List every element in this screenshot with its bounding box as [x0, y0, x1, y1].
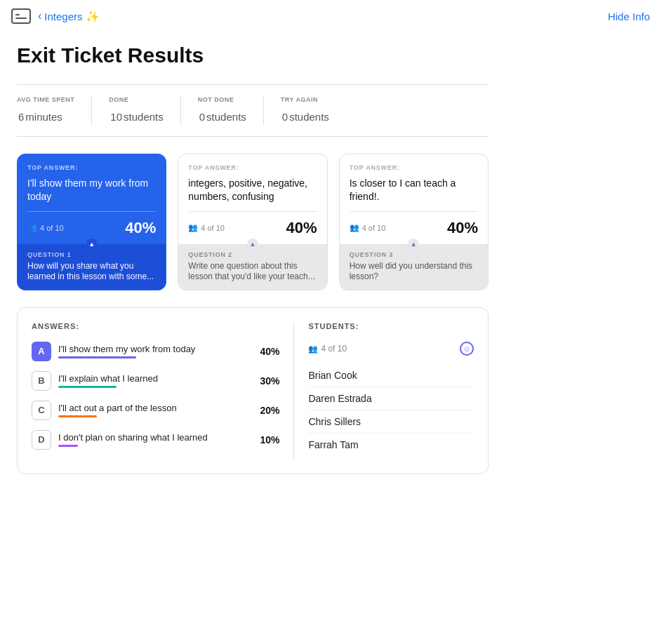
- students-title: STUDENTS:: [308, 322, 474, 330]
- answer-letter-d: D: [32, 430, 51, 450]
- answer-text-a: I'll show them my work from today: [58, 344, 253, 354]
- stat-avg-time: AVG TIME SPENT 6minutes: [17, 96, 92, 125]
- answer-item-a: A I'll show them my work from today 40%: [32, 342, 279, 361]
- answer-letter-a: A: [32, 342, 51, 361]
- answers-title: ANSWERS:: [32, 322, 279, 330]
- students-col: STUDENTS: 4 of 10 ☺ Brian Cook Daren Est…: [305, 322, 474, 459]
- q2-bottom: ▲ QUESTION 2 Write one question about th…: [178, 244, 326, 290]
- q1-bottom-text: How will you share what you learned in t…: [27, 261, 156, 283]
- answer-content-b: I'll explain what I learned: [58, 373, 253, 388]
- answer-text-d: I don't plan on sharing what I learned: [58, 432, 253, 443]
- answer-letter-b: B: [32, 371, 51, 391]
- answer-item-d: D I don't plan on sharing what I learned…: [32, 430, 279, 450]
- people-icon: [27, 223, 37, 232]
- people-icon-3: [350, 223, 359, 232]
- answer-bar-d: [58, 445, 78, 447]
- back-label: Integers: [44, 11, 82, 22]
- page-title: Exit Ticket Results: [17, 43, 489, 67]
- question-card-3[interactable]: TOP ANSWER: Is closer to I can teach a f…: [339, 154, 489, 290]
- answer-pct-c: 20%: [260, 405, 279, 416]
- sparkle-icon: ✨: [86, 10, 100, 23]
- q3-pct: 40%: [447, 219, 478, 237]
- q2-top-label: TOP ANSWER:: [188, 164, 317, 171]
- q2-count: 4 of 10: [188, 223, 225, 232]
- q1-pct: 40%: [125, 219, 156, 237]
- answer-pct-b: 30%: [260, 375, 279, 387]
- stats-row: AVG TIME SPENT 6minutes DONE 10students …: [17, 84, 489, 137]
- student-name-3: Chris Sillers: [308, 410, 474, 434]
- stat-try-again: TRY AGAIN 0students: [281, 96, 346, 125]
- stat-not-done: NOT DONE 0students: [198, 96, 264, 125]
- q2-pct: 40%: [286, 219, 317, 237]
- students-count: 4 of 10: [308, 344, 347, 354]
- student-name-1: Brian Cook: [308, 364, 474, 387]
- answer-text-b: I'll explain what I learned: [58, 373, 253, 384]
- stat-avg-time-value: 6minutes: [17, 105, 74, 125]
- q2-chevron-icon: ▲: [247, 239, 258, 250]
- q3-bottom: ▲ QUESTION 3 How well did you understand…: [340, 244, 488, 290]
- students-header: 4 of 10 ☺: [308, 342, 474, 356]
- people-icon-2: [188, 223, 198, 232]
- bottom-section: ANSWERS: A I'll show them my work from t…: [17, 307, 489, 474]
- q3-count: 4 of 10: [350, 223, 386, 232]
- answer-content-a: I'll show them my work from today: [58, 344, 253, 358]
- q2-top: TOP ANSWER: integers, positive, negative…: [178, 154, 326, 211]
- stat-done-value: 10students: [109, 105, 163, 125]
- q3-bottom-text: How well did you understand this lesson?: [350, 261, 478, 283]
- answer-bar-a: [58, 356, 136, 358]
- question-cards: TOP ANSWER: I'll show them my work from …: [17, 154, 489, 290]
- back-link[interactable]: ‹ Integers ✨: [38, 10, 100, 23]
- stat-done: DONE 10students: [109, 96, 180, 125]
- q3-answer: Is closer to I can teach a friend!.: [350, 177, 478, 204]
- student-name-2: Daren Estrada: [308, 387, 474, 410]
- stat-not-done-label: NOT DONE: [198, 96, 246, 103]
- student-name-4: Farrah Tam: [308, 434, 474, 456]
- stat-try-again-value: 0students: [281, 105, 329, 125]
- q2-bottom-text: Write one question about this lesson tha…: [188, 261, 317, 283]
- sidebar-toggle[interactable]: [11, 8, 31, 24]
- q3-bottom-label: QUESTION 3: [350, 251, 478, 258]
- q1-top: TOP ANSWER: I'll show them my work from …: [18, 154, 166, 211]
- stat-not-done-value: 0students: [198, 105, 246, 125]
- q2-bottom-label: QUESTION 2: [188, 251, 317, 258]
- q1-top-label: TOP ANSWER:: [27, 164, 156, 171]
- answer-content-d: I don't plan on sharing what I learned: [58, 432, 253, 447]
- q1-answer: I'll show them my work from today: [27, 177, 156, 204]
- back-chevron-icon: ‹: [38, 10, 41, 22]
- smiley-icon[interactable]: ☺: [460, 342, 474, 356]
- answer-content-c: I'll act out a part of the lesson: [58, 403, 253, 417]
- answer-item-c: C I'll act out a part of the lesson 20%: [32, 401, 279, 420]
- answer-item-b: B I'll explain what I learned 30%: [32, 371, 279, 391]
- hide-info-button[interactable]: Hide Info: [608, 11, 650, 22]
- nav-left: ‹ Integers ✨: [11, 8, 100, 24]
- answer-text-c: I'll act out a part of the lesson: [58, 403, 253, 413]
- q3-chevron-icon: ▲: [408, 239, 419, 250]
- answer-bar-c: [58, 415, 97, 417]
- q1-count: 4 of 10: [27, 223, 64, 232]
- students-people-icon: [308, 344, 318, 354]
- stat-try-again-label: TRY AGAIN: [281, 96, 329, 103]
- nav-bar: ‹ Integers ✨ Hide Info: [0, 0, 664, 32]
- q1-bottom-label: QUESTION 1: [27, 251, 156, 258]
- q3-top-label: TOP ANSWER:: [350, 164, 478, 171]
- answer-pct-a: 40%: [260, 346, 279, 357]
- q1-bottom: ▲ QUESTION 1 How will you share what you…: [18, 244, 166, 290]
- answer-bar-b: [58, 386, 117, 388]
- main-content: Exit Ticket Results AVG TIME SPENT 6minu…: [0, 32, 505, 502]
- question-card-2[interactable]: TOP ANSWER: integers, positive, negative…: [178, 154, 327, 290]
- answer-pct-d: 10%: [260, 434, 279, 445]
- q2-answer: integers, positive, negative, numbers, c…: [188, 177, 317, 204]
- q1-chevron-icon: ▲: [86, 239, 98, 250]
- q3-top: TOP ANSWER: Is closer to I can teach a f…: [340, 154, 488, 211]
- answers-col: ANSWERS: A I'll show them my work from t…: [32, 322, 294, 459]
- question-card-1[interactable]: TOP ANSWER: I'll show them my work from …: [17, 154, 166, 290]
- stat-done-label: DONE: [109, 96, 163, 103]
- stat-avg-time-label: AVG TIME SPENT: [17, 96, 74, 103]
- answer-letter-c: C: [32, 401, 51, 420]
